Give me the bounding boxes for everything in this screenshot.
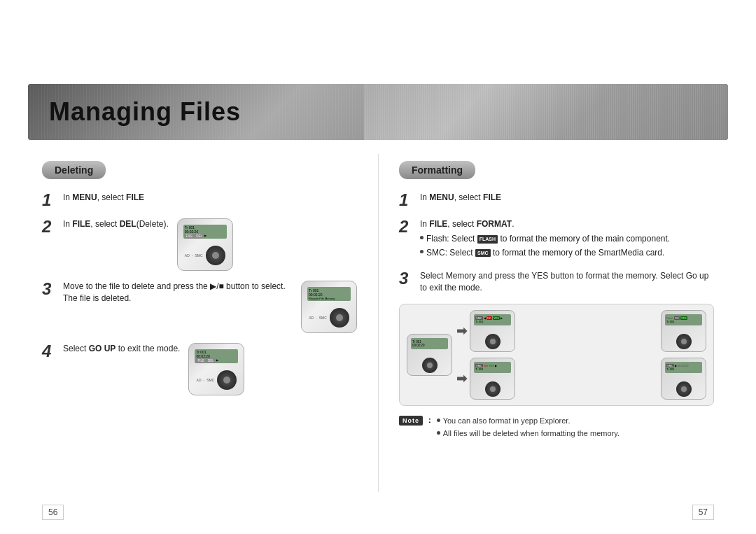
fmt-step-number-3: 3 <box>399 270 414 287</box>
devices-illustration: Tr 001 00:02:20 ➡ <box>399 304 714 406</box>
d-pad-3 <box>217 370 237 390</box>
device-controls-1: AD-SMC <box>182 245 228 266</box>
device-body-1: Tr 001 00:02:20 FILE DEL ▶ AD-S <box>177 218 233 271</box>
bullet-dot-flash <box>420 236 424 239</box>
note-bullet-1 <box>437 419 440 422</box>
device-body-2: Tr 001 00:02:20 Recycle File Memory AD-S… <box>301 281 357 333</box>
fmt-device-4-controls <box>662 334 706 349</box>
step-4-content: Select GO UP to exit the mode. Tr 001 00… <box>63 343 244 395</box>
page-number-left: 56 <box>42 505 64 520</box>
fmt-device-1: Tr 001 00:02:20 <box>407 334 452 376</box>
header-banner: Managing Files <box>28 84 728 140</box>
content-area: Deleting 1 In MENU, select FILE 2 In FIL… <box>28 154 728 492</box>
fmt-step-1-text: In MENU, select FILE <box>420 192 714 204</box>
device-controls-2: AD-SMC <box>306 307 352 328</box>
header-banner-right <box>364 84 728 140</box>
note-icon: Note <box>399 416 423 426</box>
bullet-flash: Flash: Select FLASH to format the memory… <box>420 233 670 245</box>
header-banner-left: Managing Files <box>28 84 364 140</box>
fmt-step-2-text: In FILE, select FORMAT. <box>420 219 514 229</box>
step-1-text: In MENU, select FILE <box>63 192 357 204</box>
fmt-device-4-screen: Flash NO YES Tr 001 <box>665 314 702 325</box>
device-body-3: Tr 001 00:02:20 FILE DEL ▶ AD-S <box>188 343 244 395</box>
note-content: You can also format in yepp Explorer. Al… <box>437 416 620 442</box>
step-3-content: Move to the file to delete and press the… <box>63 281 357 333</box>
step-number-4: 4 <box>42 343 57 360</box>
step-1-format: 1 In MENU, select FILE <box>399 192 714 209</box>
left-section: Deleting 1 In MENU, select FILE 2 In FIL… <box>28 154 371 492</box>
fmt-device-5: SMC ▶ 00:02:20 Tr 001 <box>661 358 706 400</box>
fmt-device-4: Flash NO YES Tr 001 <box>661 310 706 352</box>
device-controls-3: AD-SMC <box>193 370 239 391</box>
fmt-bullets: Flash: Select FLASH to format the memory… <box>420 233 670 259</box>
step-2-delete: 2 In FILE, select DEL(Delete). Tr 001 00… <box>42 218 357 271</box>
step-number-1: 1 <box>42 192 57 209</box>
device-image-3: Tr 001 00:02:20 FILE DEL ▶ AD-S <box>188 343 244 395</box>
bullet-dot-smc <box>420 250 424 253</box>
fmt-devices-right-col: ➡ SMC ◀ NO YES ▶ <box>456 310 515 400</box>
fmt-device-5-screen: SMC ▶ 00:02:20 Tr 001 <box>665 362 702 373</box>
right-section: Formatting 1 In MENU, select FILE 2 In F… <box>385 154 728 492</box>
fmt-step-number-2: 2 <box>399 218 414 235</box>
flash-icon: FLASH <box>477 235 498 244</box>
fmt-step-3-text: Select Memory and press the YES button t… <box>420 270 714 294</box>
fmt-device-2-screen: SMC ◀ NO YES ▶ Tr 001 <box>474 314 511 325</box>
bullet-smc-text: SMC: Select SMC to format the memory of … <box>426 247 670 259</box>
arrow-2: ➡ <box>456 371 467 386</box>
fmt-device-1-controls <box>407 358 451 373</box>
note-item-1: You can also format in yepp Explorer. <box>437 416 620 426</box>
step-1-delete: 1 In MENU, select FILE <box>42 192 357 209</box>
device-screen-1: Tr 001 00:02:20 FILE DEL ▶ <box>183 225 227 239</box>
fmt-device-3-controls <box>470 381 514 397</box>
formatting-header: Formatting <box>399 161 475 179</box>
page-number-right: 57 <box>692 505 714 520</box>
d-pad-2 <box>330 308 349 328</box>
smc-icon: SMC <box>475 249 491 258</box>
bullet-smc: SMC: Select SMC to format the memory of … <box>420 247 670 259</box>
note-text-1: You can also format in yepp Explorer. <box>443 416 570 426</box>
step-3-text: Move to the file to delete and press the… <box>63 281 293 304</box>
fmt-device-1-screen: Tr 001 00:02:20 <box>411 338 448 349</box>
deleting-header: Deleting <box>42 161 106 179</box>
step-3-format: 3 Select Memory and press the YES button… <box>399 270 714 294</box>
step-2-content: In FILE, select DEL(Delete). Tr 001 00:0… <box>63 218 233 271</box>
fmt-device-2-controls <box>470 334 514 349</box>
note-item-2: All files will be deleted when formattin… <box>437 428 620 439</box>
step-number-3: 3 <box>42 281 57 297</box>
fmt-device-3: SMC NO YES ▶ Tr 001 <box>470 358 515 400</box>
fmt-device-2: SMC ◀ NO YES ▶ Tr 001 <box>470 310 515 352</box>
page-container: Managing Files Deleting 1 In MENU, selec… <box>0 0 756 534</box>
devices-row-1: Tr 001 00:02:20 ➡ <box>407 310 706 400</box>
page-title: Managing Files <box>49 97 241 127</box>
arrow-1: ➡ <box>456 323 467 339</box>
fmt-step-2-content: In FILE, select FORMAT. Flash: Select FL… <box>420 218 670 260</box>
bullet-flash-text: Flash: Select FLASH to format the memory… <box>426 233 670 245</box>
note-text-2: All files will be deleted when formattin… <box>443 428 620 439</box>
fmt-devices-far-right: Flash NO YES Tr 001 <box>661 310 706 400</box>
note-colon: : <box>428 416 431 424</box>
fmt-device-3-screen: SMC NO YES ▶ Tr 001 <box>474 362 511 373</box>
note-bullet-2 <box>437 431 440 435</box>
step-2-text: In FILE, select DEL(Delete). <box>63 218 169 230</box>
fmt-devices-right-top: ➡ SMC ◀ NO YES ▶ <box>456 310 515 352</box>
step-4-delete: 4 Select GO UP to exit the mode. Tr 001 … <box>42 343 357 395</box>
fmt-step-number-1: 1 <box>399 192 414 209</box>
step-4-text: Select GO UP to exit the mode. <box>63 343 180 355</box>
fmt-devices-right-bottom: ➡ SMC NO YES ▶ Tr 001 <box>456 358 515 400</box>
step-number-2: 2 <box>42 218 57 235</box>
step-2-format: 2 In FILE, select FORMAT. Flash: Select … <box>399 218 714 260</box>
device-screen-2: Tr 001 00:02:20 Recycle File Memory <box>307 287 351 301</box>
step-3-delete: 3 Move to the file to delete and press t… <box>42 281 357 333</box>
d-pad-1 <box>206 246 225 265</box>
note-section: Note : You can also format in yepp Explo… <box>399 416 714 442</box>
device-image-1: Tr 001 00:02:20 FILE DEL ▶ AD-S <box>177 218 233 271</box>
fmt-device-5-controls <box>662 381 706 397</box>
device-screen-3: Tr 001 00:02:20 FILE DEL ▶ <box>195 349 238 363</box>
device-image-2: Tr 001 00:02:20 Recycle File Memory AD-S… <box>301 281 357 333</box>
